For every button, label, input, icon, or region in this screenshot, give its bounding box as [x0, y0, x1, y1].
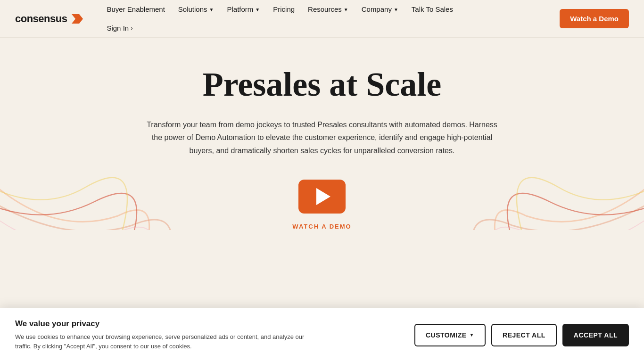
navigation: consensus Buyer Enablement Solutions ▼ P… [0, 0, 644, 38]
play-icon [316, 188, 330, 205]
customize-button[interactable]: CUSTOMIZE ▼ [414, 324, 486, 346]
cookie-title: We value your privacy [15, 319, 403, 329]
watch-demo-label: WATCH A DEMO [292, 223, 351, 230]
company-chevron-icon: ▼ [394, 7, 398, 12]
nav-bottom-row: Sign In › [100, 19, 459, 38]
watch-demo-button[interactable]: Watch a Demo [560, 9, 629, 28]
solutions-chevron-icon: ▼ [209, 7, 214, 12]
nav-top-row: Buyer Enablement Solutions ▼ Platform ▼ … [100, 0, 459, 19]
video-play-button[interactable] [298, 180, 346, 214]
platform-chevron-icon: ▼ [255, 7, 260, 12]
resources-chevron-icon: ▼ [344, 7, 348, 12]
hero-title: Presales at Scale [203, 66, 442, 103]
svg-marker-0 [72, 14, 83, 24]
customize-chevron-icon: ▼ [470, 332, 474, 337]
sign-in-link[interactable]: Sign In › [100, 19, 139, 38]
brand-name: consensus [15, 13, 67, 25]
nav-left-group: Buyer Enablement Solutions ▼ Platform ▼ … [100, 0, 459, 38]
sign-in-arrow-icon: › [131, 25, 132, 32]
cookie-text-area: We value your privacy We use cookies to … [15, 319, 403, 351]
hero-section: Presales at Scale Transform your team fr… [0, 38, 644, 230]
cookie-body: We use cookies to enhance your browsing … [15, 332, 307, 351]
accept-all-button[interactable]: ACCEPT ALL [562, 324, 629, 346]
brand-logo-icon [70, 11, 85, 26]
hero-description: Transform your team from demo jockeys to… [143, 118, 501, 157]
reject-all-button[interactable]: REJECT ALL [491, 324, 557, 346]
cookie-banner: We value your privacy We use cookies to … [0, 308, 644, 362]
cookie-buttons: CUSTOMIZE ▼ REJECT ALL ACCEPT ALL [414, 324, 629, 346]
logo[interactable]: consensus [15, 11, 85, 26]
